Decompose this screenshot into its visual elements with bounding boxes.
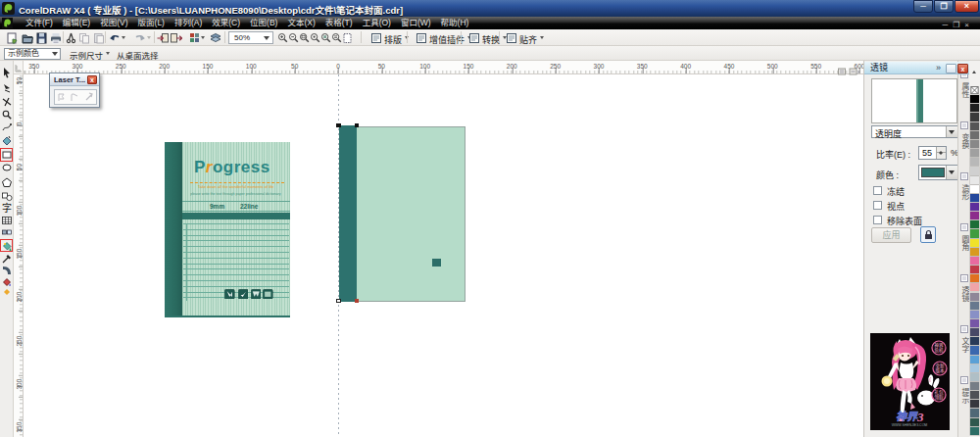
svg-text:危机: 危机 [935,347,944,354]
svg-text:神界: 神界 [896,411,918,422]
svg-text:3: 3 [916,410,924,424]
svg-text:WWW.SHENJIE3.COM: WWW.SHENJIE3.COM [892,423,928,427]
svg-text:版本: 版本 [936,367,945,374]
svg-text:字: 字 [2,202,12,214]
svg-text:领取: 领取 [935,394,944,401]
